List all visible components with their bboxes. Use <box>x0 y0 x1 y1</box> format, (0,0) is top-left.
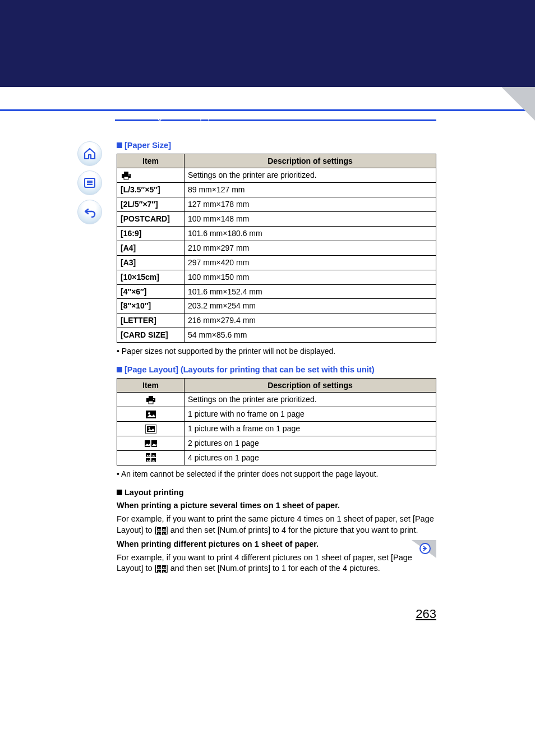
four-up-icon <box>157 565 166 573</box>
four-up-icon <box>146 453 156 462</box>
table-row: [2L/5″×7″]127 mm×178 mm <box>117 197 436 212</box>
desc-cell: 297 mm×420 mm <box>185 255 436 270</box>
svg-rect-10 <box>149 401 153 404</box>
svg-point-13 <box>148 412 150 414</box>
paper-size-note: Paper sizes not supported by the printer… <box>117 346 436 357</box>
desc-cell: Settings on the printer are prioritized. <box>185 168 436 183</box>
item-cell: [10×15cm] <box>117 270 185 284</box>
table-row: [LETTER]216 mm×279.4 mm <box>117 314 436 328</box>
col-desc: Description of settings <box>185 378 436 393</box>
table-row: 4 pictures on 1 page <box>117 451 436 465</box>
layout-sub1-title: When printing a picture several times on… <box>117 500 436 511</box>
desc-cell: 203.2 mm×254 mm <box>185 299 436 314</box>
table-row: [4″×6″]101.6 mm×152.4 mm <box>117 284 436 299</box>
item-cell: [LETTER] <box>117 314 185 328</box>
table-header-row: Item Description of settings <box>117 154 436 168</box>
page-layout-label: [Page Layout] (Layouts for printing that… <box>124 365 374 374</box>
desc-cell: 4 pictures on 1 page <box>185 451 436 465</box>
col-desc: Description of settings <box>185 154 436 168</box>
desc-cell: 2 pictures on 1 page <box>185 436 436 451</box>
one-up-frame-icon <box>145 425 156 434</box>
item-cell: [CARD SIZE] <box>117 328 185 343</box>
page-layout-note: An item cannot be selected if the printe… <box>117 469 436 480</box>
desc-cell: 89 mm×127 mm <box>185 183 436 197</box>
desc-cell: 210 mm×297 mm <box>185 241 436 255</box>
item-cell <box>117 436 185 451</box>
layout-sub2-text: For example, if you want to print 4 diff… <box>117 552 436 574</box>
desc-cell: 1 picture with no frame on 1 page <box>185 407 436 422</box>
paper-size-heading: [Paper Size] <box>117 140 436 151</box>
svg-rect-9 <box>149 396 153 398</box>
desc-cell: 100 mm×148 mm <box>185 212 436 227</box>
item-cell <box>117 407 185 422</box>
page-corner-fold-icon <box>501 87 535 121</box>
layout-sub1-text: For example, if you want to print the sa… <box>117 514 436 536</box>
contents-icon[interactable] <box>77 170 102 195</box>
desc-cell: 54 mm×85.6 mm <box>185 328 436 343</box>
table-row: [L/3.5″×5″]89 mm×127 mm <box>117 183 436 197</box>
desc-cell: 100 mm×150 mm <box>185 270 436 284</box>
item-cell: [L/3.5″×5″] <box>117 183 185 197</box>
table-row: [A4]210 mm×297 mm <box>117 241 436 255</box>
table-row: [8″×10″]203.2 mm×254 mm <box>117 299 436 314</box>
page-layout-table: Item Description of settings Settings on… <box>117 378 436 465</box>
layout-sub2-title: When printing different pictures on 1 sh… <box>117 539 436 550</box>
back-icon[interactable] <box>77 200 102 224</box>
item-cell <box>117 451 185 465</box>
text-fragment: ] and then set [Num.of prints] to 1 for … <box>166 564 380 573</box>
item-cell: [4″×6″] <box>117 284 185 299</box>
table-row: [A3]297 mm×420 mm <box>117 255 436 270</box>
item-cell: [16:9] <box>117 227 185 241</box>
desc-cell: 127 mm×178 mm <box>185 197 436 212</box>
table-row: [POSTCARD]100 mm×148 mm <box>117 212 436 227</box>
table-row: [10×15cm]100 mm×150 mm <box>117 270 436 284</box>
item-cell: [POSTCARD] <box>117 212 185 227</box>
divider-line <box>0 109 535 111</box>
home-icon[interactable] <box>77 141 102 166</box>
svg-point-16 <box>148 427 150 428</box>
page-layout-heading: [Page Layout] (Layouts for printing that… <box>117 365 436 376</box>
two-up-icon <box>145 440 157 447</box>
svg-point-7 <box>128 174 130 176</box>
svg-rect-17 <box>145 440 150 447</box>
col-item: Item <box>117 378 185 393</box>
table-row: 1 picture with no frame on 1 page <box>117 407 436 422</box>
item-cell <box>117 393 185 407</box>
table-header-row: Item Description of settings <box>117 378 436 393</box>
svg-rect-18 <box>151 440 157 447</box>
svg-rect-6 <box>124 177 128 179</box>
page-number: 263 <box>416 607 436 621</box>
table-row: [16:9]101.6 mm×180.6 mm <box>117 227 436 241</box>
item-cell: [2L/5″×7″] <box>117 197 185 212</box>
table-row: [CARD SIZE]54 mm×85.6 mm <box>117 328 436 343</box>
text-fragment: ] and then set [Num.of prints] to 4 for … <box>166 525 418 534</box>
desc-cell: 101.6 mm×152.4 mm <box>185 284 436 299</box>
item-cell: [A3] <box>117 255 185 270</box>
layout-printing-heading: Layout printing <box>117 487 436 499</box>
item-cell: [8″×10″] <box>117 299 185 314</box>
layout-printing-title: Layout printing <box>124 488 184 497</box>
item-cell <box>117 168 185 183</box>
col-item: Item <box>117 154 185 168</box>
item-cell: [A4] <box>117 241 185 255</box>
item-cell <box>117 422 185 436</box>
desc-cell: Settings on the printer are prioritized. <box>185 393 436 407</box>
desc-cell: 216 mm×279.4 mm <box>185 314 436 328</box>
table-row: 2 pictures on 1 page <box>117 436 436 451</box>
printer-icon <box>145 395 156 404</box>
table-row: 1 picture with a frame on 1 page <box>117 422 436 436</box>
next-page-button[interactable] <box>419 543 431 554</box>
desc-cell: 1 picture with a frame on 1 page <box>185 422 436 436</box>
paper-size-table: Item Description of settings Settings on… <box>117 154 436 343</box>
one-up-noframe-icon <box>146 411 156 418</box>
arrow-right-icon <box>422 546 428 551</box>
paper-size-label: [Paper Size] <box>124 141 171 150</box>
four-up-icon <box>157 527 166 535</box>
table-row: Settings on the printer are prioritized. <box>117 393 436 407</box>
breadcrumb: Connecting to other equipment <box>122 112 229 121</box>
side-nav <box>77 141 104 229</box>
table-row: Settings on the printer are prioritized. <box>117 168 436 183</box>
desc-cell: 101.6 mm×180.6 mm <box>185 227 436 241</box>
printer-icon <box>121 171 132 180</box>
svg-point-11 <box>153 399 154 400</box>
